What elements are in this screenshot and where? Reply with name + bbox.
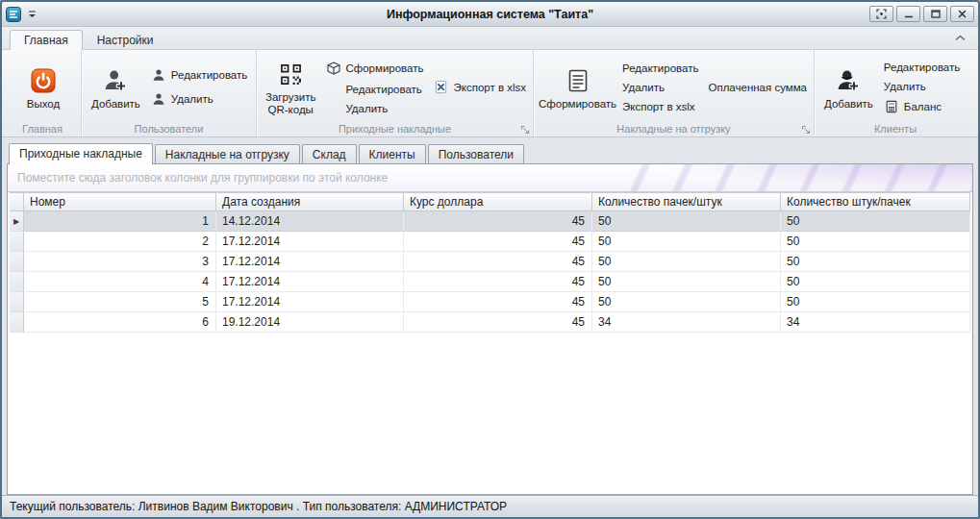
shipping-export-xslx-button[interactable]: Экспорт в xslx (619, 100, 701, 113)
grid-cell[interactable]: 34 (781, 312, 970, 333)
paid-sum-button[interactable]: Оплаченная сумма (705, 81, 810, 94)
maximize-button[interactable] (923, 6, 947, 22)
dialog-launcher-icon[interactable] (801, 125, 811, 135)
grid-cell[interactable]: 3 (24, 252, 216, 272)
user-edit-button[interactable]: Редактировать (148, 67, 250, 83)
capture-button[interactable] (869, 6, 893, 22)
grid-cell[interactable]: 50 (592, 232, 781, 252)
calculator-icon (884, 100, 900, 113)
tab-clients[interactable]: Клиенты (359, 144, 426, 163)
grid-cell[interactable]: 45 (404, 272, 592, 292)
incoming-delete-button[interactable]: Удалить (322, 102, 426, 115)
quick-access-dropdown-icon[interactable] (24, 10, 40, 19)
grid-cell[interactable]: 2 (24, 232, 216, 252)
current-user-status: Текущий пользователь: Литвинов Вадим Вик… (10, 500, 507, 513)
user-icon (151, 92, 167, 106)
user-icon (151, 68, 167, 82)
package-box-icon (325, 61, 341, 76)
grid-cell[interactable]: 50 (781, 211, 970, 232)
app-logo-icon[interactable] (6, 7, 21, 22)
document-icon (566, 66, 590, 95)
shipping-generate-button[interactable]: Сформировать (540, 63, 616, 111)
grid-cell[interactable]: 50 (781, 252, 970, 272)
user-delete-button[interactable]: Удалить (148, 91, 250, 107)
table-row[interactable]: 317.12.2014455050 (10, 252, 970, 272)
xlsx-export-icon (433, 80, 449, 94)
ribbon-group-incoming: Загрузить QR-коды Сформировать Редактир (256, 50, 533, 136)
client-delete-button[interactable]: Удалить (881, 80, 963, 93)
grid-cell[interactable]: 45 (404, 292, 592, 312)
table-row[interactable]: ▶114.12.2014455050 (10, 211, 970, 232)
client-edit-button[interactable]: Редактировать (881, 61, 963, 74)
client-balance-button[interactable]: Баланс (881, 99, 963, 114)
incoming-edit-button[interactable]: Редактировать (322, 83, 426, 96)
tab-incoming-invoices[interactable]: Приходные накладные (9, 143, 153, 164)
exit-button[interactable]: Выход (16, 63, 70, 111)
column-header-pieces[interactable]: Количество штук/пачек (781, 192, 970, 210)
grid-cell[interactable]: 45 (404, 211, 592, 232)
shipping-delete-button[interactable]: Удалить (619, 81, 701, 94)
workspace: Приходные накладные Накладные на отгрузк… (2, 137, 978, 495)
client-add-button[interactable]: Добавить (820, 63, 877, 111)
selected-row-marker: ▶ (10, 211, 24, 232)
power-icon (31, 66, 56, 95)
window-controls (869, 6, 974, 22)
grid-cell[interactable]: 17.12.2014 (216, 232, 404, 252)
grid-cell[interactable]: 50 (781, 292, 970, 312)
ribbon-tab-home[interactable]: Главная (10, 30, 83, 50)
grid-cell[interactable]: 34 (592, 312, 781, 333)
table-row[interactable]: 619.12.2014453434 (10, 312, 970, 333)
grid-cell[interactable]: 45 (404, 312, 592, 333)
qr-code-icon (279, 60, 303, 88)
user-add-label: Добавить (91, 98, 140, 111)
ribbon-tab-settings[interactable]: Настройки (83, 30, 168, 50)
grid-cell[interactable]: 50 (592, 272, 781, 292)
column-header-number[interactable]: Номер (24, 192, 216, 210)
grid-cell[interactable]: 50 (781, 232, 970, 252)
row-indicator (10, 312, 24, 333)
load-qr-button[interactable]: Загрузить QR-коды (263, 57, 318, 117)
incoming-export-xlsx-button[interactable]: Экспорт в xlsx (430, 79, 529, 95)
grid-cell[interactable]: 6 (24, 312, 216, 333)
group-by-panel[interactable]: Поместите сюда заголовок колонки для гру… (8, 164, 972, 192)
tab-warehouse[interactable]: Склад (302, 144, 357, 163)
minimize-button[interactable] (896, 6, 920, 22)
table-row[interactable]: 417.12.2014455050 (10, 272, 970, 292)
table-row[interactable]: 517.12.2014455050 (10, 292, 970, 312)
grid-cell[interactable]: 45 (404, 232, 592, 252)
grid-cell[interactable]: 45 (404, 252, 592, 272)
incoming-generate-button[interactable]: Сформировать (322, 60, 426, 77)
ribbon-collapse-chevron-icon[interactable] (950, 32, 970, 44)
status-bar: Текущий пользователь: Литвинов Вадим Вик… (2, 495, 978, 517)
shipping-edit-button[interactable]: Редактировать (619, 62, 701, 75)
grid-cell[interactable]: 19.12.2014 (216, 312, 404, 333)
grid-rows: ▶114.12.2014455050217.12.2014455050317.1… (10, 211, 970, 494)
dialog-launcher-icon[interactable] (520, 125, 530, 135)
grid-cell[interactable]: 17.12.2014 (216, 272, 404, 292)
table-row[interactable]: 217.12.2014455050 (10, 232, 970, 252)
grid-cell[interactable]: 4 (24, 272, 216, 292)
grid-cell[interactable]: 5 (24, 292, 216, 312)
app-window: Информационная система "Таита" Главная Н… (0, 0, 980, 519)
load-qr-label: Загрузить QR-коды (265, 91, 316, 116)
grid-cell[interactable]: 17.12.2014 (216, 252, 404, 272)
ribbon-group-clients: Добавить Редактировать Удалить (814, 50, 976, 136)
row-indicator (10, 252, 24, 272)
grid-cell[interactable]: 50 (592, 252, 781, 272)
row-indicator (10, 292, 24, 312)
user-add-button[interactable]: Добавить (88, 63, 144, 111)
grid-cell[interactable]: 50 (592, 292, 781, 312)
tab-users[interactable]: Пользователи (428, 144, 524, 163)
grid-cell[interactable]: 50 (592, 211, 781, 232)
grid-cell[interactable]: 17.12.2014 (216, 292, 404, 312)
column-header-packs[interactable]: Количество пачек/штук (592, 192, 781, 210)
tab-shipping-invoices[interactable]: Накладные на отгрузку (155, 144, 300, 163)
column-header-rate[interactable]: Курс доллара (404, 192, 592, 210)
column-header-date[interactable]: Дата создания (216, 192, 404, 210)
grid-cell[interactable]: 50 (781, 272, 970, 292)
window-title: Информационная система "Таита" (2, 8, 978, 21)
grid-cell[interactable]: 14.12.2014 (216, 211, 404, 232)
close-button[interactable] (950, 6, 974, 22)
grid-cell[interactable]: 1 (24, 211, 216, 232)
ribbon-group-shipping: Сформировать Редактировать Удалить Экспо… (533, 50, 814, 136)
